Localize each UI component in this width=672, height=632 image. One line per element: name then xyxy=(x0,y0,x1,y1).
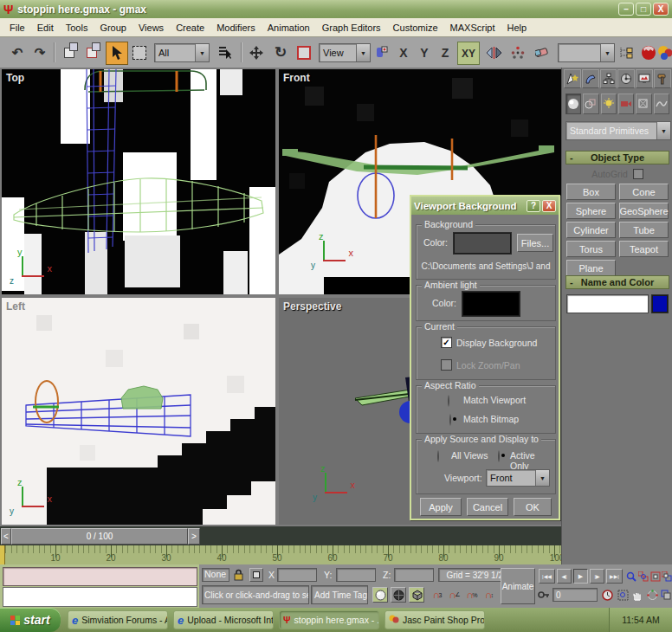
time-slider-button[interactable]: 0 / 100 xyxy=(11,528,188,545)
object-color-swatch[interactable] xyxy=(651,294,669,313)
selection-region-icon[interactable] xyxy=(130,42,149,63)
teapot-button[interactable]: Teapot xyxy=(619,241,669,257)
viewport-front-label[interactable]: Front xyxy=(283,72,310,84)
menu-graph-editors[interactable]: Graph Editors xyxy=(316,20,387,35)
select-scale-icon[interactable] xyxy=(294,42,313,63)
zoom-extents-icon[interactable] xyxy=(649,569,661,584)
snap-spinner-icon[interactable]: ∩↕ xyxy=(481,587,497,603)
selection-lock-icon[interactable] xyxy=(233,567,244,582)
torus-button[interactable]: Torus xyxy=(566,241,616,257)
macro-recorder-field[interactable] xyxy=(3,567,197,586)
play-button[interactable]: ▶ xyxy=(573,569,588,584)
pan-hand-icon[interactable] xyxy=(631,587,644,603)
align-icon[interactable] xyxy=(532,42,552,63)
name-color-rollout-header[interactable]: - Name and Color xyxy=(565,275,669,289)
cone-button[interactable]: Cone xyxy=(619,184,669,200)
tube-button[interactable]: Tube xyxy=(619,222,669,238)
zoom-extents-all-icon[interactable] xyxy=(661,569,672,584)
menu-customize[interactable]: Customize xyxy=(387,20,444,35)
snap-percent-icon[interactable]: ∩% xyxy=(464,587,480,603)
menu-modifiers[interactable]: Modifiers xyxy=(210,20,262,35)
match-viewport-radio[interactable] xyxy=(448,395,449,407)
x-coord-field[interactable] xyxy=(277,568,317,582)
close-button[interactable]: X xyxy=(653,3,669,16)
apply-button[interactable]: Apply xyxy=(420,498,462,516)
box-mode-icon[interactable] xyxy=(409,587,424,603)
select-move-icon[interactable] xyxy=(246,42,267,63)
plane-button[interactable]: Plane xyxy=(566,260,616,276)
hierarchy-tab-icon[interactable] xyxy=(600,69,617,88)
sphere-button[interactable]: Sphere xyxy=(566,203,616,219)
z-coord-field[interactable] xyxy=(394,568,434,582)
motion-tab-icon[interactable] xyxy=(617,69,635,88)
y-coord-field[interactable] xyxy=(336,568,376,582)
add-time-tag[interactable]: Add Time Tag xyxy=(311,585,368,604)
taskbar-clock[interactable]: 11:54 AM xyxy=(609,608,672,632)
box-button[interactable]: Box xyxy=(566,184,616,200)
restore-button[interactable]: □ xyxy=(636,3,651,16)
geosphere-button[interactable]: GeoSphere xyxy=(619,203,669,219)
use-pivot-center-icon[interactable] xyxy=(372,42,390,63)
select-rotate-icon[interactable]: ↻ xyxy=(270,42,291,63)
dropdown-arrow-icon[interactable]: ▼ xyxy=(195,44,209,61)
menu-group[interactable]: Group xyxy=(94,20,132,35)
menu-edit[interactable]: Edit xyxy=(31,20,60,35)
object-name-field[interactable] xyxy=(566,294,649,313)
render-scene-icon[interactable] xyxy=(639,42,658,63)
current-frame-marker[interactable] xyxy=(0,545,5,564)
menu-file[interactable]: File xyxy=(3,20,31,35)
create-tab-icon[interactable] xyxy=(564,69,581,88)
ok-button[interactable]: OK xyxy=(514,498,552,516)
menu-create[interactable]: Create xyxy=(170,20,210,35)
named-selection-dropdown[interactable]: ▼ xyxy=(558,43,615,62)
primitives-category-dropdown[interactable]: Standard Primitives ▼ xyxy=(565,121,671,140)
dialog-title-bar[interactable]: Viewport Background ? X xyxy=(411,197,559,215)
go-to-start-button[interactable]: |◀◀ xyxy=(539,569,555,584)
mirror-icon[interactable] xyxy=(483,42,504,63)
time-step-right-button[interactable]: > xyxy=(188,528,200,545)
zoom-icon[interactable] xyxy=(625,569,636,584)
dropdown-arrow-icon[interactable]: ▼ xyxy=(356,44,370,61)
dropdown-arrow-icon[interactable]: ▼ xyxy=(535,470,549,486)
restrict-xy-plane-button[interactable]: XY xyxy=(457,42,480,65)
restrict-x-button[interactable]: X xyxy=(395,42,412,63)
menu-views[interactable]: Views xyxy=(132,20,170,35)
menu-tools[interactable]: Tools xyxy=(60,20,94,35)
redo-icon[interactable]: ↶ xyxy=(29,42,50,63)
taskbar-item-simviation[interactable]: e Simviation Forums - A... xyxy=(68,610,168,629)
minimize-button[interactable]: – xyxy=(618,3,634,16)
shaded-mode-icon[interactable] xyxy=(372,587,388,603)
menu-help[interactable]: Help xyxy=(501,20,533,35)
match-bitmap-radio[interactable] xyxy=(449,414,451,426)
object-type-rollout-header[interactable]: - Object Type xyxy=(565,151,669,164)
array-icon[interactable] xyxy=(507,42,528,63)
wireframe-mode-icon[interactable] xyxy=(391,587,406,603)
viewport-left-label[interactable]: Left xyxy=(6,300,25,313)
track-bar-ruler[interactable]: 10 20 30 40 50 60 70 80 90 100 xyxy=(0,545,561,564)
dialog-help-button[interactable]: ? xyxy=(527,200,540,212)
category-helpers-icon[interactable] xyxy=(636,94,651,114)
snap-angle-icon[interactable]: ∩∠ xyxy=(447,587,462,603)
restrict-y-button[interactable]: Y xyxy=(416,42,433,63)
min-max-toggle-icon[interactable] xyxy=(660,587,672,603)
viewport-perspective-label[interactable]: Perspective xyxy=(283,300,341,313)
dropdown-arrow-icon[interactable]: ▼ xyxy=(656,122,670,139)
menu-maxscript[interactable]: MAXScript xyxy=(444,20,501,35)
ambient-color-swatch[interactable] xyxy=(462,291,520,317)
maxscript-listener-field[interactable] xyxy=(3,587,197,607)
region-zoom-icon[interactable] xyxy=(617,587,630,603)
viewport-top-label[interactable]: Top xyxy=(6,72,24,84)
start-button[interactable]: start xyxy=(0,608,61,632)
reference-coordinate-dropdown[interactable]: View ▼ xyxy=(319,43,371,62)
viewport-left[interactable]: Left z x y xyxy=(2,298,275,525)
time-step-left-button[interactable]: < xyxy=(1,528,11,545)
select-link-icon[interactable] xyxy=(59,42,80,63)
dialog-close-button[interactable]: X xyxy=(542,200,556,212)
category-shapes-icon[interactable] xyxy=(583,94,598,114)
undo-icon[interactable]: ↶ xyxy=(7,42,28,63)
absolute-offset-toggle-icon[interactable] xyxy=(249,568,263,582)
previous-frame-button[interactable]: ◀| xyxy=(557,569,572,584)
autogrid-checkbox[interactable] xyxy=(633,169,643,179)
active-only-radio[interactable] xyxy=(498,450,500,462)
taskbar-item-paintshop[interactable]: Jasc Paint Shop Pro - ... xyxy=(384,610,485,629)
